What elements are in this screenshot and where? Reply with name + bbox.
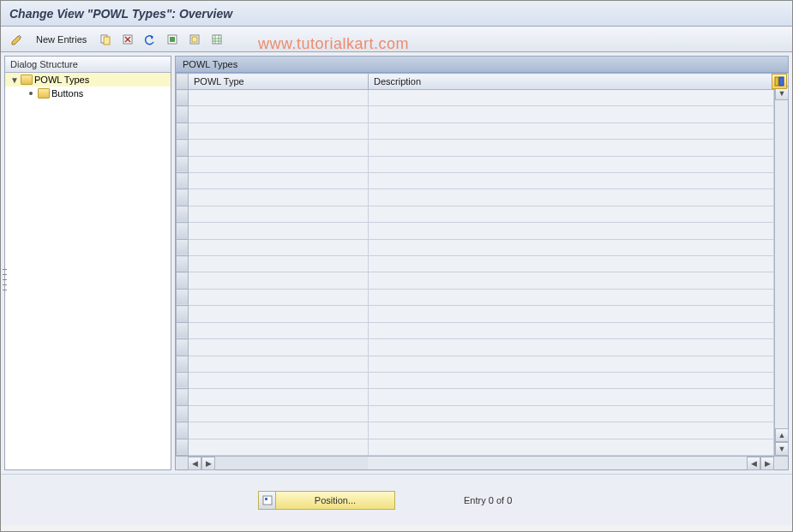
cell-powl-type[interactable] xyxy=(189,206,369,222)
cell-description[interactable] xyxy=(369,106,774,123)
row-selector[interactable] xyxy=(177,256,189,272)
row-selector[interactable] xyxy=(177,356,189,372)
cell-description[interactable] xyxy=(369,189,774,206)
copy-button[interactable] xyxy=(96,31,115,48)
scroll-up-icon[interactable]: ▲ xyxy=(775,428,789,442)
row-selector[interactable] xyxy=(177,339,189,356)
row-selector[interactable] xyxy=(177,272,189,289)
cell-powl-type[interactable] xyxy=(189,256,369,272)
cell-powl-type[interactable] xyxy=(189,189,369,206)
vertical-scrollbar[interactable]: ▲ ▼ ▲ ▼ xyxy=(774,73,788,456)
cell-powl-type[interactable] xyxy=(189,90,369,106)
table-row[interactable] xyxy=(177,272,774,289)
cell-description[interactable] xyxy=(369,123,774,139)
row-selector[interactable] xyxy=(177,289,189,305)
cell-powl-type[interactable] xyxy=(189,289,369,305)
cell-description[interactable] xyxy=(369,156,774,172)
toggle-edit-button[interactable] xyxy=(8,31,27,48)
row-selector[interactable] xyxy=(177,422,189,439)
cell-description[interactable] xyxy=(369,439,774,455)
row-selector[interactable] xyxy=(177,322,189,338)
row-selector[interactable] xyxy=(177,405,189,421)
cell-powl-type[interactable] xyxy=(189,156,369,172)
cell-powl-type[interactable] xyxy=(189,422,369,439)
cell-description[interactable] xyxy=(369,306,774,322)
table-row[interactable] xyxy=(177,239,774,255)
table-row[interactable] xyxy=(177,90,774,106)
table-row[interactable] xyxy=(177,389,774,405)
cell-description[interactable] xyxy=(369,405,774,421)
table-row[interactable] xyxy=(177,223,774,239)
new-entries-button[interactable]: New Entries xyxy=(30,31,93,48)
table-row[interactable] xyxy=(177,156,774,172)
cell-powl-type[interactable] xyxy=(189,372,369,388)
cell-description[interactable] xyxy=(369,239,774,255)
cell-description[interactable] xyxy=(369,223,774,239)
cell-description[interactable] xyxy=(369,356,774,372)
scroll-left-icon[interactable]: ◀ xyxy=(188,457,201,470)
cell-powl-type[interactable] xyxy=(189,306,369,322)
row-selector[interactable] xyxy=(177,106,189,123)
scroll-track[interactable] xyxy=(775,100,788,428)
col-header-powl-type[interactable]: POWL Type xyxy=(189,74,369,90)
cell-description[interactable] xyxy=(369,289,774,305)
row-selector[interactable] xyxy=(177,123,189,139)
cell-description[interactable] xyxy=(369,422,774,439)
scroll-right-icon[interactable]: ▶ xyxy=(201,457,215,470)
scroll-down-icon[interactable]: ▼ xyxy=(775,442,789,456)
cell-powl-type[interactable] xyxy=(189,405,369,421)
table-row[interactable] xyxy=(177,189,774,206)
cell-powl-type[interactable] xyxy=(189,272,369,289)
cell-powl-type[interactable] xyxy=(189,389,369,405)
cell-description[interactable] xyxy=(369,173,774,189)
row-selector-header[interactable] xyxy=(177,74,189,90)
row-selector[interactable] xyxy=(177,140,189,156)
cell-powl-type[interactable] xyxy=(189,223,369,239)
row-selector[interactable] xyxy=(177,439,189,455)
row-selector[interactable] xyxy=(177,90,189,106)
expand-icon[interactable]: ▼ xyxy=(10,75,19,85)
cell-powl-type[interactable] xyxy=(189,356,369,372)
scroll-left-icon[interactable]: ◀ xyxy=(747,457,760,470)
cell-description[interactable] xyxy=(369,339,774,356)
table-row[interactable] xyxy=(177,206,774,222)
col-header-description[interactable]: Description xyxy=(369,74,774,90)
table-row[interactable] xyxy=(177,356,774,372)
cell-description[interactable] xyxy=(369,206,774,222)
row-selector[interactable] xyxy=(177,189,189,206)
table-row[interactable] xyxy=(177,339,774,356)
table-row[interactable] xyxy=(177,306,774,322)
delete-button[interactable] xyxy=(118,31,137,48)
row-selector[interactable] xyxy=(177,372,189,388)
scroll-right-icon[interactable]: ▶ xyxy=(760,457,774,470)
cell-powl-type[interactable] xyxy=(189,239,369,255)
table-row[interactable] xyxy=(177,123,774,139)
table-row[interactable] xyxy=(177,422,774,439)
cell-description[interactable] xyxy=(369,140,774,156)
row-selector[interactable] xyxy=(177,173,189,189)
row-selector[interactable] xyxy=(177,389,189,405)
cell-powl-type[interactable] xyxy=(189,106,369,123)
table-config-button[interactable] xyxy=(772,74,787,89)
table-row[interactable] xyxy=(177,439,774,455)
cell-powl-type[interactable] xyxy=(189,339,369,356)
table-row[interactable] xyxy=(177,106,774,123)
table-row[interactable] xyxy=(177,140,774,156)
table-row[interactable] xyxy=(177,372,774,388)
row-selector[interactable] xyxy=(177,206,189,222)
row-selector[interactable] xyxy=(177,223,189,239)
print-button[interactable] xyxy=(207,31,226,48)
horizontal-scrollbar[interactable]: ◀ ▶ ◀ ▶ xyxy=(176,456,788,469)
cell-description[interactable] xyxy=(369,90,774,106)
row-selector[interactable] xyxy=(177,239,189,255)
cell-powl-type[interactable] xyxy=(189,439,369,455)
table-row[interactable] xyxy=(177,289,774,305)
tree-node-powl-types[interactable]: ▼ POWL Types xyxy=(5,73,171,87)
select-all-button[interactable] xyxy=(163,31,182,48)
cell-powl-type[interactable] xyxy=(189,322,369,338)
deselect-all-button[interactable] xyxy=(185,31,204,48)
row-selector[interactable] xyxy=(177,306,189,322)
cell-powl-type[interactable] xyxy=(189,140,369,156)
row-selector[interactable] xyxy=(177,156,189,172)
cell-powl-type[interactable] xyxy=(189,173,369,189)
